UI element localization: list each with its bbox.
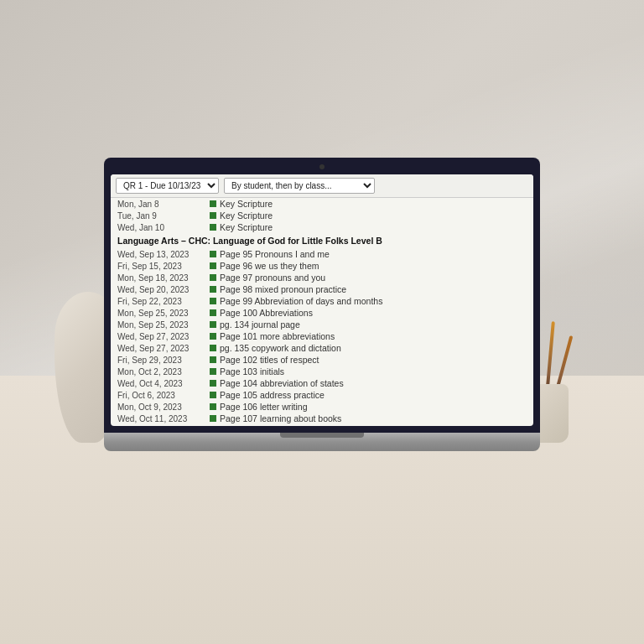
screen-content: QR 1 - Due 10/13/23 By student, then by … xyxy=(111,174,533,426)
status-indicator xyxy=(210,345,216,351)
section-header: Language Arts – CHC: Language of God for… xyxy=(111,233,533,248)
laptop-camera xyxy=(319,164,325,169)
date-cell: Wed, Oct 4, 2023 xyxy=(117,379,210,388)
task-text: Page 108 table of contents xyxy=(220,425,325,426)
status-indicator xyxy=(210,224,216,231)
status-indicator xyxy=(210,392,216,398)
task-text: Page 105 address practice xyxy=(220,390,325,400)
list-item: Mon, Jan 8 Key Scripture xyxy=(111,198,533,210)
status-indicator xyxy=(210,298,216,304)
task-text: Page 101 more abbreviations xyxy=(220,331,335,341)
date-cell: Wed, Sep 20, 2023 xyxy=(117,285,210,294)
task-text: pg. 134 journal page xyxy=(220,319,300,330)
date-cell: Wed, Sep 27, 2023 xyxy=(117,332,210,341)
section-title: Language Arts – CHC: Language of God for… xyxy=(117,236,382,246)
status-indicator xyxy=(210,251,216,257)
date-cell: Wed, Oct 11, 2023 xyxy=(117,414,210,423)
date-cell: Wed, Jan 10 xyxy=(117,223,210,232)
date-cell: Wed, Sep 13, 2023 xyxy=(117,250,210,259)
list-item: Wed, Oct 11, 2023 Page 107 learning abou… xyxy=(111,413,533,424)
list-item: Wed, Sep 27, 2023 Page 101 more abbrevia… xyxy=(111,330,533,342)
list-item: Mon, Sep 18, 2023 Page 97 pronouns and y… xyxy=(111,272,533,283)
task-text: Page 95 Pronouns I and me xyxy=(220,249,330,259)
list-item: Mon, Oct 9, 2023 Page 106 letter writing xyxy=(111,401,533,413)
task-text: Page 97 pronouns and you xyxy=(220,273,325,283)
date-cell: Mon, Jan 8 xyxy=(117,200,210,209)
status-indicator xyxy=(210,333,216,340)
list-item: Tue, Jan 9 Key Scripture xyxy=(111,210,533,221)
status-indicator xyxy=(210,309,216,316)
list-item: Wed, Sep 27, 2023 pg. 135 copywork and d… xyxy=(111,342,533,354)
toolbar: QR 1 - Due 10/13/23 By student, then by … xyxy=(111,174,533,198)
status-indicator xyxy=(210,321,216,328)
status-indicator xyxy=(210,286,216,293)
list-item: Wed, Sep 20, 2023 Page 98 mixed pronoun … xyxy=(111,283,533,295)
date-cell: Mon, Oct 9, 2023 xyxy=(117,402,210,412)
list-item: Fri, Sep 29, 2023 Page 102 titles of res… xyxy=(111,354,533,366)
laptop: QR 1 - Due 10/13/23 By student, then by … xyxy=(104,158,540,451)
status-indicator xyxy=(210,380,216,387)
list-item: Fri, Sep 15, 2023 Page 96 we us they the… xyxy=(111,260,533,272)
sort-select[interactable]: By student, then by class... xyxy=(224,178,375,194)
date-cell: Mon, Sep 18, 2023 xyxy=(117,273,210,283)
list-item: Mon, Oct 2, 2023 Page 103 initials xyxy=(111,366,533,377)
list-item: Mon, Sep 25, 2023 Page 100 Abbreviations xyxy=(111,307,533,319)
date-cell: Mon, Sep 25, 2023 xyxy=(117,309,210,318)
laptop-bezel: QR 1 - Due 10/13/23 By student, then by … xyxy=(104,158,540,433)
task-text: Page 103 initials xyxy=(220,366,284,377)
status-indicator xyxy=(210,356,216,363)
content-area[interactable]: Mon, Jan 8 Key Scripture Tue, Jan 9 Key … xyxy=(111,198,533,426)
date-cell: Fri, Oct 6, 2023 xyxy=(117,391,210,400)
task-text: Page 106 letter writing xyxy=(220,402,307,412)
list-item: Mon, Sep 25, 2023 pg. 134 journal page xyxy=(111,319,533,330)
task-text: Page 98 mixed pronoun practice xyxy=(220,284,346,294)
list-item: Fri, Oct 13, 2023 Page 108 table of cont… xyxy=(111,424,533,426)
date-cell: Fri, Sep 15, 2023 xyxy=(117,262,210,271)
task-text: Page 102 titles of respect xyxy=(220,355,319,365)
task-text: Page 104 abbreviation of states xyxy=(220,378,344,388)
list-item: Wed, Jan 10 Key Scripture xyxy=(111,221,533,233)
date-cell: Fri, Sep 22, 2023 xyxy=(117,297,210,306)
list-item: Wed, Oct 4, 2023 Page 104 abbreviation o… xyxy=(111,377,533,389)
list-item: Fri, Sep 22, 2023 Page 99 Abbreviation o… xyxy=(111,295,533,307)
task-text: pg. 135 copywork and dictation xyxy=(220,343,341,353)
scene: QR 1 - Due 10/13/23 By student, then by … xyxy=(0,0,644,644)
laptop-hinge xyxy=(280,433,364,438)
status-indicator xyxy=(210,368,216,375)
date-cell: Fri, Oct 13, 2023 xyxy=(117,426,210,427)
task-text: Key Scripture xyxy=(220,199,273,209)
task-text: Page 96 we us they them xyxy=(220,261,319,271)
date-cell: Tue, Jan 9 xyxy=(117,211,210,221)
task-text: Page 107 learning about books xyxy=(220,413,341,423)
list-item: Fri, Oct 6, 2023 Page 105 address practi… xyxy=(111,389,533,401)
list-item: Wed, Sep 13, 2023 Page 95 Pronouns I and… xyxy=(111,248,533,260)
date-cell: Mon, Oct 2, 2023 xyxy=(117,367,210,377)
task-text: Key Scripture xyxy=(220,210,273,221)
status-indicator xyxy=(210,415,216,422)
laptop-screen: QR 1 - Due 10/13/23 By student, then by … xyxy=(111,174,533,426)
task-text: Key Scripture xyxy=(220,222,273,232)
task-text: Page 99 Abbreviation of days and months xyxy=(220,296,382,306)
task-text: Page 100 Abbreviations xyxy=(220,308,313,318)
status-indicator xyxy=(210,200,216,207)
date-cell: Mon, Sep 25, 2023 xyxy=(117,320,210,330)
status-indicator xyxy=(210,262,216,269)
status-indicator xyxy=(210,403,216,410)
date-cell: Fri, Sep 29, 2023 xyxy=(117,356,210,365)
quarter-filter-select[interactable]: QR 1 - Due 10/13/23 xyxy=(116,178,219,194)
status-indicator xyxy=(210,274,216,281)
laptop-base xyxy=(104,433,540,451)
status-indicator xyxy=(210,212,216,219)
date-cell: Wed, Sep 27, 2023 xyxy=(117,344,210,353)
